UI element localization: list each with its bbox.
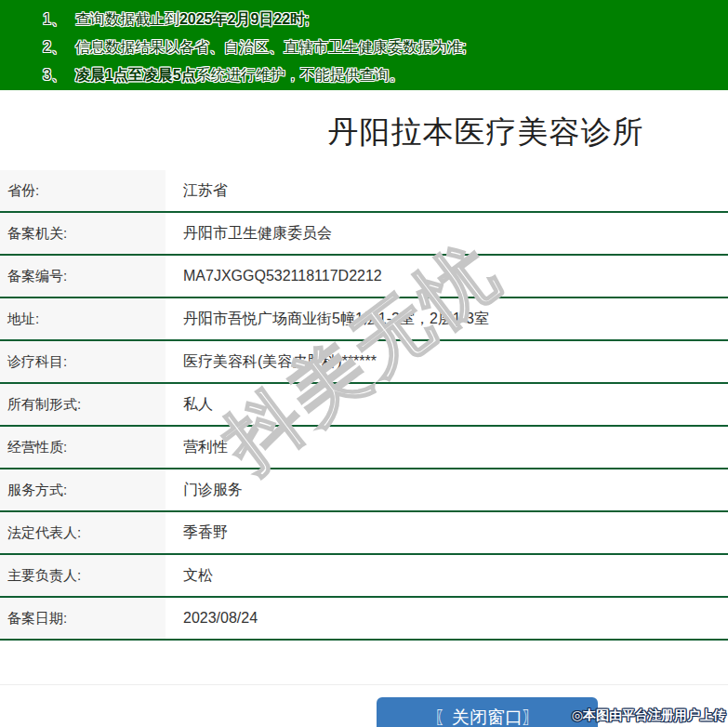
row-label: 所有制形式: bbox=[0, 384, 165, 425]
row-value: 营利性 bbox=[165, 427, 728, 468]
notice-number: 3、 bbox=[43, 67, 66, 83]
close-window-button[interactable]: 〖关闭窗口〗 bbox=[377, 697, 598, 727]
notice-text: 查询数据截止到 bbox=[75, 11, 179, 27]
notice-text-bold: 凌晨1点至凌晨5点 bbox=[75, 67, 196, 83]
row-label: 服务方式: bbox=[0, 469, 165, 510]
table-row-province: 省份: 江苏省 bbox=[0, 170, 728, 213]
notice-text-bold: 2025年2月9日22时 bbox=[179, 11, 305, 27]
table-row-filing-date: 备案日期: 2023/08/24 bbox=[0, 598, 728, 641]
notice-text: 系统进行维护，不能提供查询。 bbox=[196, 67, 404, 83]
row-value: 文松 bbox=[165, 555, 728, 596]
row-value: 丹阳市卫生健康委员会 bbox=[165, 213, 728, 254]
row-value: MA7JXGGQ532118117D2212 bbox=[165, 256, 728, 297]
notice-number: 2、 bbox=[43, 39, 66, 55]
row-value: 医疗美容科(美容皮肤科)****** bbox=[165, 341, 728, 382]
info-table: 省份: 江苏省 备案机关: 丹阳市卫生健康委员会 备案编号: MA7JXGGQ5… bbox=[0, 170, 728, 641]
row-label: 地址: bbox=[0, 298, 165, 339]
row-label: 备案编号: bbox=[0, 256, 165, 297]
table-row-operation-nature: 经营性质: 营利性 bbox=[0, 427, 728, 469]
notice-banner: 1、查询数据截止到2025年2月9日22时; 2、信息数据结果以各省、自治区、直… bbox=[0, 0, 728, 90]
footer-divider bbox=[0, 684, 728, 685]
row-value: 私人 bbox=[165, 384, 728, 425]
notice-text: 信息数据结果以各省、自治区、直辖市卫生健康委数据为准; bbox=[75, 39, 466, 55]
notice-line-3: 3、凌晨1点至凌晨5点系统进行维护，不能提供查询。 bbox=[43, 61, 728, 89]
row-label: 省份: bbox=[0, 170, 165, 211]
notice-text: ; bbox=[305, 11, 309, 27]
row-label: 诊疗科目: bbox=[0, 341, 165, 382]
row-label: 法定代表人: bbox=[0, 512, 165, 553]
row-label: 备案日期: bbox=[0, 598, 165, 639]
notice-number: 1、 bbox=[43, 11, 66, 27]
table-row-filing-authority: 备案机关: 丹阳市卫生健康委员会 bbox=[0, 213, 728, 256]
upload-credit-watermark: ◎本图由平台注册用户上传 bbox=[572, 707, 726, 724]
table-row-medical-subjects: 诊疗科目: 医疗美容科(美容皮肤科)****** bbox=[0, 341, 728, 384]
table-row-address: 地址: 丹阳市吾悦广场商业街5幢1层1-2室，2层1-3室 bbox=[0, 298, 728, 341]
notice-line-1: 1、查询数据截止到2025年2月9日22时; bbox=[43, 6, 728, 33]
row-value: 丹阳市吾悦广场商业街5幢1层1-2室，2层1-3室 bbox=[165, 298, 728, 339]
table-row-service-mode: 服务方式: 门诊服务 bbox=[0, 469, 728, 512]
table-row-legal-representative: 法定代表人: 季香野 bbox=[0, 512, 728, 555]
row-value: 江苏省 bbox=[165, 170, 728, 211]
notice-line-2: 2、信息数据结果以各省、自治区、直辖市卫生健康委数据为准; bbox=[43, 33, 728, 61]
table-row-principal: 主要负责人: 文松 bbox=[0, 555, 728, 598]
page-title: 丹阳拉本医疗美容诊所 bbox=[122, 113, 728, 151]
row-value: 门诊服务 bbox=[165, 469, 728, 510]
row-label: 备案机关: bbox=[0, 213, 165, 254]
row-value: 2023/08/24 bbox=[165, 598, 728, 639]
row-label: 主要负责人: bbox=[0, 555, 165, 596]
table-row-ownership: 所有制形式: 私人 bbox=[0, 384, 728, 427]
row-label: 经营性质: bbox=[0, 427, 165, 468]
row-value: 季香野 bbox=[165, 512, 728, 553]
table-row-filing-number: 备案编号: MA7JXGGQ532118117D2212 bbox=[0, 256, 728, 298]
